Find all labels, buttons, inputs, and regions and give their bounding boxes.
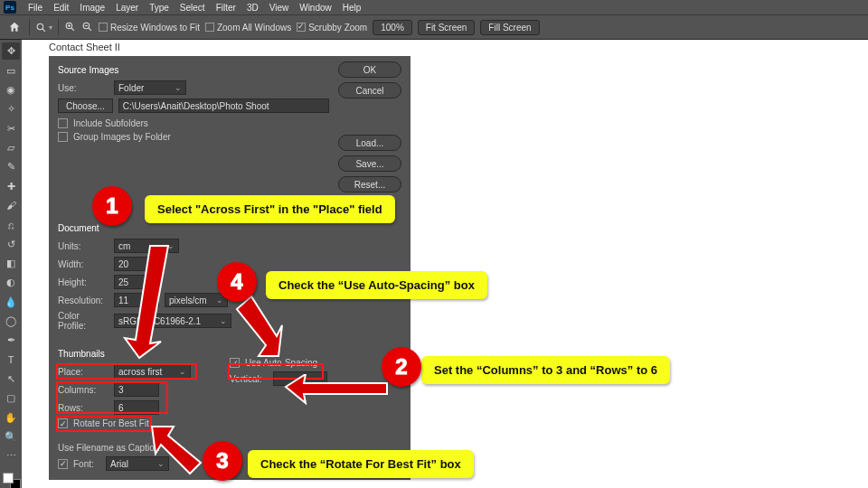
brush-tool-icon[interactable]: 🖌 (2, 197, 20, 214)
color-swatches[interactable] (3, 473, 19, 488)
eyedropper-tool-icon[interactable]: ✎ (2, 158, 20, 175)
reset-button[interactable]: Reset... (338, 176, 401, 192)
zoom-in-icon[interactable] (64, 21, 76, 34)
vertical-label: Vertical: (230, 374, 268, 384)
blur-tool-icon[interactable]: 💧 (2, 293, 20, 310)
path-tool-icon[interactable]: ↖ (2, 371, 20, 388)
svg-line-3 (71, 28, 74, 31)
include-subfolders-checkbox[interactable] (58, 118, 68, 128)
rotate-best-fit-label: Rotate For Best Fit (73, 418, 149, 428)
zoom-100-button[interactable]: 100% (373, 20, 412, 35)
load-button[interactable]: Load... (338, 135, 401, 151)
zoom-tool-icon-tb[interactable]: 🔍 (2, 428, 20, 446)
scrubby-zoom-checkbox[interactable]: Scrubby Zoom (297, 23, 367, 33)
callout-3: Check the “Rotate For Best Fit” box (248, 450, 474, 478)
menu-type[interactable]: Type (145, 3, 174, 13)
place-select[interactable]: across first (114, 364, 191, 379)
group-images-label: Group Images by Folder (73, 132, 171, 142)
menu-help[interactable]: Help (338, 3, 366, 13)
home-icon[interactable] (5, 18, 24, 36)
caption-header: Use Filename as Caption (58, 443, 159, 453)
arrow-4 (231, 293, 295, 365)
fit-screen-button[interactable]: Fit Screen (418, 20, 476, 35)
bubble-3: 3 (203, 441, 242, 481)
resolution-label: Resolution: (58, 296, 108, 305)
tools-panel: ✥ ▭ ◉ ✧ ✂ ▱ ✎ ✚ 🖌 ⎌ ↺ ◧ ◐ 💧 ◯ ✒ T ↖ ▢ ✋ … (0, 40, 22, 488)
menu-bar: Ps File Edit Image Layer Type Select Fil… (0, 0, 868, 14)
fill-screen-button[interactable]: Fill Screen (480, 20, 539, 35)
shape-tool-icon[interactable]: ▢ (2, 389, 20, 407)
move-tool-icon[interactable]: ✥ (2, 42, 20, 60)
history-brush-tool-icon[interactable]: ↺ (2, 235, 20, 252)
svg-marker-11 (286, 374, 387, 403)
zoom-all-windows-checkbox[interactable]: Zoom All Windows (205, 23, 291, 33)
menu-window[interactable]: Window (295, 3, 336, 13)
zoom-tool-icon[interactable]: ▾ (35, 22, 52, 33)
arrow-3 (148, 423, 212, 477)
wand-tool-icon[interactable]: ✧ (2, 100, 20, 117)
healing-tool-icon[interactable]: ✚ (2, 177, 20, 194)
lasso-tool-icon[interactable]: ◉ (2, 81, 20, 99)
menu-filter[interactable]: Filter (212, 3, 241, 13)
use-select[interactable]: Folder (114, 80, 186, 95)
save-button[interactable]: Save... (338, 155, 401, 172)
columns-input[interactable]: 3 (114, 382, 159, 397)
rows-label: Rows: (58, 403, 108, 413)
svg-line-1 (42, 29, 45, 32)
width-label: Width: (58, 259, 108, 269)
font-checkbox[interactable] (58, 459, 68, 469)
zoom-out-icon[interactable] (81, 21, 93, 34)
frame-tool-icon[interactable]: ▱ (2, 139, 20, 156)
marquee-tool-icon[interactable]: ▭ (2, 61, 20, 79)
bubble-2: 2 (382, 347, 421, 387)
crop-tool-icon[interactable]: ✂ (2, 119, 20, 136)
choose-button[interactable]: Choose... (58, 99, 113, 113)
svg-marker-12 (152, 427, 201, 474)
svg-line-7 (89, 28, 91, 31)
svg-marker-10 (237, 296, 282, 356)
gradient-tool-icon[interactable]: ◐ (2, 274, 20, 291)
callout-4: Check the “Use Auto-Spacing” box (266, 271, 487, 299)
group-images-checkbox[interactable] (58, 132, 68, 142)
menu-edit[interactable]: Edit (49, 3, 73, 13)
arrow-2 (282, 374, 391, 405)
edit-toolbar-icon[interactable]: ⋯ (2, 447, 20, 465)
dialog-title: Contact Sheet II (49, 42, 120, 52)
font-label: Font: (73, 459, 100, 469)
menu-3d[interactable]: 3D (242, 3, 263, 13)
height-label: Height: (58, 277, 108, 287)
callout-2: Set the “Columns” to 3 and “Rows” to 6 (421, 356, 670, 384)
bubble-4: 4 (217, 262, 257, 302)
type-tool-icon[interactable]: T (2, 352, 20, 369)
stamp-tool-icon[interactable]: ⎌ (2, 216, 20, 233)
menu-file[interactable]: File (24, 3, 47, 13)
svg-point-0 (37, 23, 43, 30)
menu-layer[interactable]: Layer (111, 3, 143, 13)
eraser-tool-icon[interactable]: ◧ (2, 255, 20, 272)
menu-view[interactable]: View (265, 3, 294, 13)
rotate-best-fit-checkbox[interactable] (58, 418, 68, 428)
ok-button[interactable]: OK (338, 61, 401, 78)
columns-label: Columns: (58, 385, 108, 395)
menu-image[interactable]: Image (75, 3, 109, 13)
canvas-area: Contact Sheet II OK Cancel Load... Save.… (22, 40, 868, 488)
pen-tool-icon[interactable]: ✒ (2, 332, 20, 349)
ps-logo-icon: Ps (4, 1, 16, 14)
profile-label: Color Profile: (58, 311, 108, 331)
rows-input[interactable]: 6 (114, 400, 159, 415)
path-field[interactable]: C:\Users\Anait\Desktop\Photo Shoot (118, 99, 329, 113)
hand-tool-icon[interactable]: ✋ (2, 409, 20, 427)
dodge-tool-icon[interactable]: ◯ (2, 313, 20, 330)
arrow-1 (123, 239, 177, 365)
units-label: Units: (58, 241, 108, 251)
svg-marker-9 (125, 246, 168, 358)
menu-select[interactable]: Select (175, 3, 210, 13)
use-label: Use: (58, 83, 108, 93)
place-label: Place: (58, 367, 108, 377)
options-bar: ▾ Resize Windows to Fit Zoom All Windows… (0, 14, 868, 40)
include-subfolders-label: Include Subfolders (73, 118, 148, 128)
resize-windows-checkbox[interactable]: Resize Windows to Fit (99, 23, 200, 33)
bubble-1: 1 (92, 186, 132, 226)
cancel-button[interactable]: Cancel (338, 82, 401, 99)
callout-1: Select "Across First" in the "Place" fie… (145, 195, 395, 223)
